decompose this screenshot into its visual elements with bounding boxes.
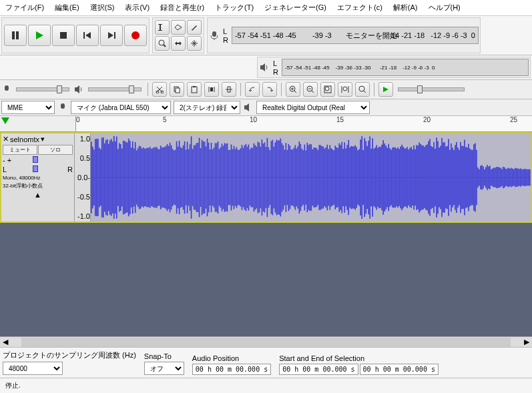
amplitude-scale: 1.00.50.0--0.5-1.0 xyxy=(75,133,91,222)
svg-rect-227 xyxy=(329,145,330,210)
svg-rect-158 xyxy=(238,149,239,205)
timeline-ruler[interactable]: 0510152025 xyxy=(0,116,532,132)
rec-meter-scale[interactable]: -57 -54 -51 -48 -45-39 -3モニターを開始14 -21 -… xyxy=(232,27,479,44)
track-name[interactable]: selnomtx xyxy=(10,135,39,143)
play-button[interactable] xyxy=(28,25,51,46)
skip-end-button[interactable] xyxy=(100,25,123,46)
menu-item[interactable]: 録音と再生(r) xyxy=(158,1,207,14)
zoom-out-button[interactable] xyxy=(303,82,318,97)
timeshift-tool[interactable] xyxy=(171,36,186,51)
svg-rect-301 xyxy=(428,141,429,214)
svg-rect-48 xyxy=(91,141,92,213)
pan-slider[interactable]: LR xyxy=(3,165,73,173)
cut-button[interactable] xyxy=(152,82,167,97)
menu-item[interactable]: ヘルプ(H) xyxy=(426,1,463,14)
draw-tool[interactable] xyxy=(187,20,202,35)
trim-button[interactable] xyxy=(204,82,219,97)
svg-rect-271 xyxy=(388,144,389,211)
track-menu-icon[interactable]: ▾ xyxy=(41,135,45,143)
menu-item[interactable]: ジェネレーター(G) xyxy=(262,1,329,14)
close-track-icon[interactable]: ✕ xyxy=(3,135,9,143)
silence-button[interactable] xyxy=(222,82,236,97)
svg-rect-351 xyxy=(495,167,496,187)
selection-tool[interactable] xyxy=(155,20,170,35)
copy-button[interactable] xyxy=(170,82,184,97)
playhead-icon[interactable] xyxy=(1,117,9,124)
rec-device-select[interactable]: マイク (Jabra DIAL 550) xyxy=(71,101,171,114)
svg-rect-252 xyxy=(362,150,364,205)
snap-to-select[interactable]: オフ xyxy=(144,362,184,375)
tools-palette xyxy=(152,17,204,53)
svg-rect-140 xyxy=(214,147,215,208)
play-at-speed-button[interactable] xyxy=(378,82,393,97)
ruler-scale[interactable]: 0510152025 xyxy=(76,116,532,131)
svg-rect-90 xyxy=(147,147,148,207)
zoom-tool[interactable] xyxy=(155,36,170,51)
mute-button[interactable]: ミュート xyxy=(3,145,37,155)
svg-rect-375 xyxy=(527,169,528,186)
svg-rect-138 xyxy=(211,143,212,212)
paste-button[interactable] xyxy=(187,82,202,97)
zoom-toggle-button[interactable] xyxy=(355,82,370,97)
recording-meter[interactable]: LR -57 -54 -51 -48 -45-39 -3モニターを開始14 -2… xyxy=(207,17,481,53)
svg-rect-319 xyxy=(452,147,453,207)
skip-start-button[interactable] xyxy=(76,25,99,46)
pause-button[interactable] xyxy=(4,25,27,46)
rec-channels-select[interactable]: 2(ステレオ) 録音チ xyxy=(174,101,240,114)
play-speed-slider[interactable] xyxy=(398,87,465,91)
svg-rect-219 xyxy=(318,145,320,210)
audio-host-select[interactable]: MME xyxy=(1,101,55,114)
fit-selection-button[interactable] xyxy=(320,82,335,97)
envelope-tool[interactable] xyxy=(171,20,186,35)
svg-rect-260 xyxy=(373,149,374,206)
stop-button[interactable] xyxy=(52,25,75,46)
zoom-in-button[interactable] xyxy=(286,82,300,97)
mic-icon xyxy=(209,30,220,41)
svg-rect-374 xyxy=(525,169,527,185)
play-meter-scale[interactable]: -57 -54 -51 -48 -45 -39 -36 -33 -30 -21 … xyxy=(282,59,529,76)
svg-rect-346 xyxy=(488,166,489,188)
record-button[interactable] xyxy=(124,25,147,46)
redo-button[interactable] xyxy=(262,82,277,97)
gain-slider[interactable]: - + xyxy=(3,156,73,164)
svg-rect-333 xyxy=(471,149,472,205)
svg-rect-229 xyxy=(332,149,333,206)
svg-rect-232 xyxy=(336,147,337,208)
horizontal-scrollbar[interactable]: ◀ ▶ xyxy=(0,336,532,347)
menu-item[interactable]: エフェクト(c) xyxy=(334,1,385,14)
audio-position-field[interactable]: 00 h 00 m 00.000 s xyxy=(192,364,271,375)
menu-item[interactable]: ファイル(F) xyxy=(3,1,47,14)
menu-item[interactable]: 表示(V) xyxy=(122,1,152,14)
playback-meter[interactable]: LR -57 -54 -51 -48 -45 -39 -36 -33 -30 -… xyxy=(257,57,531,78)
project-rate-select[interactable]: 48000 xyxy=(3,362,63,375)
menu-item[interactable]: 編集(E) xyxy=(52,1,82,14)
svg-rect-131 xyxy=(202,140,203,216)
collapse-icon[interactable]: ▲ xyxy=(3,191,73,199)
selection-start-field[interactable]: 00 h 00 m 00.000 s xyxy=(279,364,358,375)
play-device-select[interactable]: Realtek Digital Output (Real xyxy=(256,101,370,114)
fit-project-button[interactable] xyxy=(338,82,352,97)
svg-rect-75 xyxy=(127,143,128,213)
svg-rect-176 xyxy=(262,139,263,216)
svg-rect-166 xyxy=(248,145,250,211)
project-rate-label: プロジェクトのサンプリング周波数 (Hz) xyxy=(3,350,136,360)
svg-rect-206 xyxy=(302,149,303,207)
menu-item[interactable]: トラック(T) xyxy=(212,1,256,14)
menu-item[interactable]: 選択(S) xyxy=(87,1,117,14)
svg-rect-22 xyxy=(176,88,180,93)
track-control-panel[interactable]: ✕ selnomtx ▾ ミュートソロ - + LR Mono, 48000Hz… xyxy=(1,133,75,222)
waveform-display[interactable] xyxy=(91,133,531,222)
multi-tool[interactable] xyxy=(187,36,202,51)
rec-volume-slider[interactable] xyxy=(16,87,69,91)
undo-button[interactable] xyxy=(245,82,260,97)
svg-rect-185 xyxy=(274,147,275,209)
svg-rect-266 xyxy=(381,145,382,210)
svg-marker-16 xyxy=(260,63,265,71)
menu-item[interactable]: 解析(A) xyxy=(390,1,421,14)
svg-rect-118 xyxy=(184,141,186,214)
play-volume-slider[interactable] xyxy=(88,87,142,91)
solo-button[interactable]: ソロ xyxy=(38,145,73,155)
svg-rect-246 xyxy=(354,145,356,210)
selection-end-field[interactable]: 00 h 00 m 00.000 s xyxy=(360,364,439,375)
svg-rect-220 xyxy=(320,145,321,210)
